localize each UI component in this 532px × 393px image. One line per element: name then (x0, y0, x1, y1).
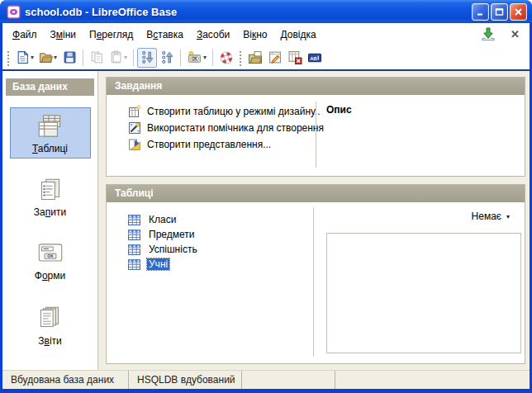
task-label: Створити представлення... (147, 139, 271, 150)
table-design-icon (128, 105, 141, 118)
forms-icon: OK (35, 241, 66, 268)
update-available-button[interactable] (479, 26, 497, 43)
table-name: Предмети (147, 229, 196, 240)
delete-object-button[interactable] (285, 48, 305, 68)
rename-object-button[interactable]: AB (305, 48, 325, 68)
sidebar-item-reports[interactable]: Звіти (10, 298, 91, 351)
sidebar-header: База даних (6, 78, 94, 96)
minimize-icon (476, 7, 485, 17)
sidebar-item-forms[interactable]: OK Форми (10, 234, 91, 286)
titlebar[interactable]: school.odb - LibreOffice Base (0, 0, 532, 23)
toolbar-grip[interactable] (238, 50, 242, 66)
sort-ascending-button[interactable] (137, 48, 157, 68)
status-engine: HSQLDB вдубований (129, 371, 242, 389)
sort-descending-button[interactable] (157, 48, 177, 68)
toolbar-separator (83, 50, 83, 66)
svg-text:OK: OK (47, 254, 54, 258)
copy-button[interactable] (87, 48, 107, 68)
sidebar-item-label: Форми (35, 270, 65, 282)
task-create-view[interactable]: Створити представлення... (128, 136, 525, 153)
open-database-object-button[interactable] (245, 48, 265, 68)
status-database-type: Вбудована база даних (2, 371, 129, 389)
tables-panel: Таблиці Класи (106, 184, 525, 364)
create-view-icon (128, 138, 141, 151)
new-dropdown-caret: ▾ (31, 54, 34, 61)
delete-table-icon (287, 50, 302, 64)
rename-icon: AB (307, 50, 322, 64)
ok-widget-icon: OK (187, 50, 202, 64)
menu-file[interactable]: Файл (6, 26, 44, 44)
sort-descending-icon (160, 50, 174, 64)
preview-mode-dropdown[interactable]: Немає ▾ (472, 211, 510, 222)
description-title: Опис (326, 104, 352, 116)
paste-dropdown-caret: ▾ (124, 54, 127, 61)
tasks-divider (316, 102, 316, 168)
ok-dropdown-button[interactable]: OK ▾ (184, 48, 209, 68)
tasks-panel-header: Завдання (107, 78, 525, 95)
menu-window[interactable]: Вікно (236, 26, 273, 44)
new-button[interactable]: ▾ (13, 48, 36, 68)
preview-mode-label: Немає (472, 211, 501, 222)
task-use-wizard[interactable]: Використати помічника для створення (128, 120, 525, 136)
close-document-button[interactable]: ✕ (504, 26, 526, 42)
sidebar-item-label: Запити (34, 206, 66, 218)
table-icon (128, 230, 140, 240)
paste-button[interactable]: ▾ (107, 48, 130, 68)
reports-icon (35, 305, 66, 333)
table-name: Класи (147, 214, 178, 225)
tables-icon (35, 114, 66, 140)
sidebar-item-label: Звіти (38, 335, 62, 347)
tables-divider (313, 207, 314, 357)
sidebar-item-tables[interactable]: Таблиці (10, 107, 91, 159)
window-title: school.odb - LibreOffice Base (25, 6, 472, 18)
menu-help[interactable]: Довідка (273, 26, 322, 44)
toolbar-separator (133, 50, 134, 66)
toolbar-grip[interactable] (6, 50, 10, 66)
sidebar-item-label: Таблиці (32, 143, 68, 154)
tables-panel-header: Таблиці (107, 185, 525, 202)
statusbar: Вбудована база даних HSQLDB вдубований (2, 370, 530, 389)
menu-tools[interactable]: Засоби (190, 26, 236, 44)
open-folder-icon (39, 50, 53, 64)
maximize-button[interactable] (491, 3, 508, 21)
menu-edit[interactable]: Зміни (44, 26, 83, 44)
save-button[interactable] (59, 48, 79, 68)
open-object-icon (248, 50, 263, 64)
libreoffice-base-icon (7, 5, 21, 19)
app-window: school.odb - LibreOffice Base Файл Зміни… (0, 0, 532, 393)
sidebar-item-queries[interactable]: Запити (10, 171, 91, 222)
new-document-icon (16, 50, 30, 64)
task-label: Використати помічника для створення (147, 122, 324, 134)
maximize-icon (495, 7, 504, 17)
table-name: Успішність (147, 244, 199, 255)
tasks-panel: Завдання Створити таблицю у режимі дизай… (106, 77, 525, 177)
menubar: Файл Зміни Перегляд Вставка Засоби Вікно… (2, 23, 530, 45)
close-button[interactable] (510, 3, 527, 21)
ok-dropdown-caret: ▾ (203, 54, 207, 61)
edit-pencil-icon (268, 50, 283, 64)
queries-icon (35, 178, 66, 204)
minimize-button[interactable] (472, 3, 489, 21)
database-sidebar: База даних Таблиці (2, 71, 98, 370)
table-name: Учні (147, 258, 169, 270)
status-field-empty (242, 371, 335, 389)
edit-object-button[interactable] (265, 48, 285, 68)
wizard-icon (128, 121, 141, 135)
table-icon (128, 215, 140, 225)
table-icon (128, 244, 140, 255)
help-button[interactable] (216, 48, 236, 68)
status-field-empty (335, 371, 530, 389)
paste-clipboard-icon (109, 50, 123, 64)
svg-text:AB: AB (310, 56, 317, 61)
menu-insert[interactable]: Вставка (140, 26, 190, 44)
open-button[interactable]: ▾ (36, 48, 59, 68)
content-area: Завдання Створити таблицю у режимі дизай… (98, 71, 530, 370)
menu-view[interactable]: Перегляд (83, 26, 140, 44)
main-area: База даних Таблиці (2, 71, 530, 370)
sort-ascending-icon (140, 50, 154, 64)
help-lifebuoy-icon (219, 50, 234, 65)
save-floppy-icon (63, 50, 77, 64)
toolbar-separator (212, 50, 213, 66)
toolbar-separator (180, 50, 181, 66)
copy-icon (90, 50, 104, 64)
